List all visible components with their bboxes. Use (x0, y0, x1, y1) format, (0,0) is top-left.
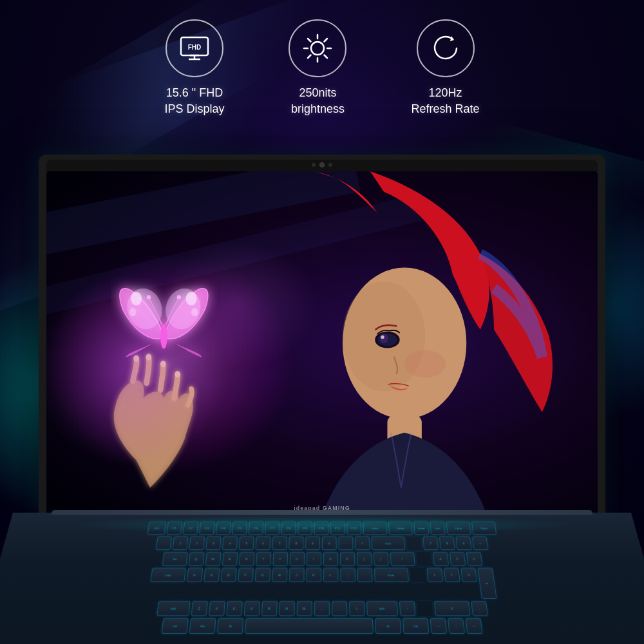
svg-point-35 (380, 334, 388, 343)
key-period[interactable]: . (332, 601, 347, 616)
key-quote[interactable]: ' (357, 568, 372, 582)
key-down[interactable]: ↓ (448, 618, 465, 634)
key-2[interactable]: 2 (189, 536, 205, 550)
spec-refresh-rate: 120Hz Refresh Rate (411, 19, 479, 117)
brightness-icon-circle (289, 19, 346, 77)
key-tab[interactable]: Tab (162, 552, 187, 566)
key-3[interactable]: 3 (205, 536, 222, 550)
key-num4[interactable]: 4 (432, 552, 448, 566)
scene-bg: ideapad GAMING (46, 171, 598, 515)
key-g[interactable]: G (254, 568, 270, 582)
key-9[interactable]: 9 (305, 536, 320, 550)
svg-point-37 (404, 350, 446, 378)
key-6[interactable]: 6 (256, 536, 271, 550)
key-j[interactable]: J (289, 568, 304, 582)
key-num3[interactable]: 3 (460, 568, 477, 582)
keyboard-row-qwerty: Tab Q W E R T Y U I O P [ ] \ 4 5 (12, 552, 632, 566)
key-minus[interactable]: - (339, 536, 354, 550)
svg-line-10 (308, 39, 311, 42)
key-numplus[interactable]: + (472, 536, 489, 550)
key-right[interactable]: → (465, 618, 482, 634)
key-numdot[interactable]: . (471, 601, 488, 616)
key-lalt[interactable]: Alt (217, 618, 244, 634)
key-7[interactable]: 7 (272, 536, 287, 550)
svg-line-12 (325, 39, 328, 42)
key-8[interactable]: 8 (289, 536, 303, 550)
webcam-area (312, 162, 332, 167)
key-lctrl[interactable]: Ctrl (161, 618, 189, 634)
key-e[interactable]: E (222, 552, 238, 566)
key-4[interactable]: 4 (222, 536, 238, 550)
key-rshift[interactable]: Shift (366, 601, 398, 616)
display-icon: FHD (177, 31, 212, 66)
key-num0[interactable]: 0 (433, 601, 470, 616)
key-space[interactable] (245, 618, 374, 634)
key-i[interactable]: I (306, 552, 321, 566)
key-lshift[interactable]: Shift (156, 601, 190, 616)
key-c[interactable]: C (226, 601, 243, 616)
key-num8[interactable]: 8 (439, 536, 455, 550)
key-b[interactable]: B (261, 601, 277, 616)
svg-point-21 (186, 292, 197, 305)
key-num9[interactable]: 9 (455, 536, 471, 550)
key-m[interactable]: M (296, 601, 312, 616)
key-ralt[interactable]: Alt (375, 618, 401, 634)
keyboard-row-bottom: Ctrl Win Alt Alt Ctrl ← ↓ → (0, 618, 644, 634)
key-backslash[interactable]: \ (390, 552, 415, 566)
key-r[interactable]: R (239, 552, 254, 566)
key-t[interactable]: T (256, 552, 271, 566)
laptop-screen-outer: ideapad GAMING (39, 155, 605, 515)
key-semicolon[interactable]: ; (340, 568, 355, 582)
key-slash[interactable]: / (349, 601, 365, 616)
brightness-icon (300, 31, 335, 66)
key-q[interactable]: Q (188, 552, 204, 566)
key-o[interactable]: O (323, 552, 338, 566)
key-a[interactable]: A (186, 568, 203, 582)
key-backtick[interactable]: ` (156, 536, 173, 550)
display-icon-circle: FHD (166, 19, 223, 77)
key-y[interactable]: Y (272, 552, 288, 566)
key-h[interactable]: H (272, 568, 287, 582)
svg-point-23 (191, 308, 198, 317)
key-k[interactable]: K (306, 568, 321, 582)
key-enter[interactable]: Enter (374, 568, 408, 582)
display-spec-text: 15.6 " FHD IPS Display (164, 85, 224, 117)
key-num7[interactable]: 7 (422, 536, 439, 550)
key-numenter[interactable]: ↵ (477, 568, 497, 599)
key-lbracket[interactable]: [ (356, 552, 372, 566)
webcam-indicator (312, 163, 316, 167)
key-v[interactable]: V (243, 601, 260, 616)
key-s[interactable]: S (204, 568, 220, 582)
key-comma[interactable]: , (314, 601, 329, 616)
key-n[interactable]: N (279, 601, 295, 616)
key-rbracket[interactable]: ] (373, 552, 388, 566)
key-z[interactable]: Z (191, 601, 207, 616)
key-left[interactable]: ← (430, 618, 448, 634)
key-u[interactable]: U (289, 552, 304, 566)
key-backspace[interactable]: Back (372, 536, 406, 550)
key-num1[interactable]: 1 (426, 568, 442, 582)
key-capslock[interactable]: Caps (150, 568, 186, 582)
key-p[interactable]: P (339, 552, 354, 566)
key-0[interactable]: 0 (322, 536, 337, 550)
key-equals[interactable]: = (355, 536, 370, 550)
svg-point-36 (381, 336, 384, 339)
screen-content: ideapad GAMING (46, 171, 598, 515)
laptop-container: ideapad GAMING Esc F1 F2 F3 F4 F5 F6 F7 (13, 155, 631, 644)
key-rctrl[interactable]: Ctrl (402, 618, 430, 634)
svg-point-27 (133, 355, 139, 362)
screen-scene-svg (46, 171, 598, 515)
webcam-indicator-2 (328, 163, 332, 167)
key-num6[interactable]: 6 (466, 552, 482, 566)
key-w[interactable]: W (205, 552, 221, 566)
key-l[interactable]: L (323, 568, 338, 582)
key-f[interactable]: F (238, 568, 254, 582)
key-x[interactable]: X (208, 601, 225, 616)
key-num5[interactable]: 5 (449, 552, 465, 566)
key-num2[interactable]: 2 (443, 568, 460, 582)
key-5[interactable]: 5 (239, 536, 254, 550)
key-1[interactable]: 1 (172, 536, 188, 550)
key-win[interactable]: Win (189, 618, 216, 634)
key-up[interactable]: ↑ (399, 601, 415, 616)
key-d[interactable]: D (220, 568, 236, 582)
